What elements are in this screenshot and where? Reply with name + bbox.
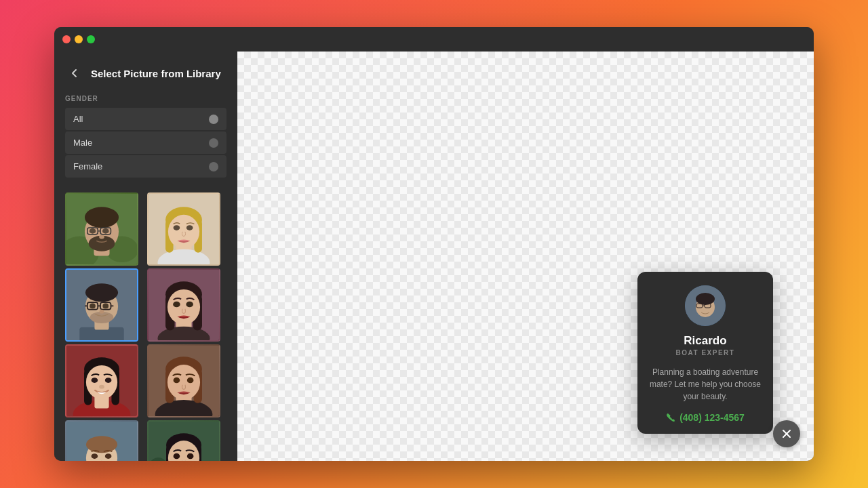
- photo-thumb-3[interactable]: [65, 268, 138, 342]
- profile-role: BOAT EXPERT: [676, 349, 735, 357]
- photo-thumb-5[interactable]: [65, 344, 138, 418]
- svg-point-11: [102, 228, 109, 234]
- photo-thumb-1[interactable]: [65, 192, 138, 266]
- svg-point-35: [100, 310, 104, 314]
- sidebar-title: Select Picture from Library: [91, 68, 221, 79]
- svg-point-69: [92, 453, 98, 459]
- svg-point-81: [187, 453, 194, 460]
- maximize-window-button[interactable]: [87, 35, 95, 43]
- close-window-button[interactable]: [62, 35, 71, 43]
- traffic-lights: [62, 35, 95, 43]
- titlebar: [54, 27, 814, 52]
- svg-point-33: [90, 304, 96, 309]
- gender-male-label: Male: [73, 138, 92, 148]
- close-icon: [781, 428, 793, 440]
- phone-number: (408) 123-4567: [679, 412, 745, 423]
- gender-all-radio[interactable]: [209, 115, 218, 124]
- gender-all-option[interactable]: All: [65, 108, 226, 130]
- gender-male-option[interactable]: Male: [65, 131, 226, 154]
- photo-thumb-8[interactable]: [147, 420, 220, 461]
- svg-point-10: [90, 228, 96, 234]
- main-content: Ricardo BOAT EXPERT Planning a boating a…: [237, 52, 814, 461]
- filter-section: GENDER All Male Female: [54, 91, 237, 187]
- svg-point-84: [696, 293, 715, 305]
- gender-male-radio[interactable]: [209, 138, 218, 148]
- window-body: Select Picture from Library GENDER All M…: [54, 52, 814, 461]
- profile-phone: (408) 123-4567: [666, 412, 745, 423]
- gender-female-option[interactable]: Female: [65, 155, 226, 178]
- svg-point-62: [174, 378, 180, 384]
- gender-all-label: All: [73, 114, 83, 124]
- svg-point-34: [102, 304, 108, 309]
- svg-point-54: [99, 385, 104, 389]
- svg-point-80: [174, 453, 180, 460]
- svg-point-63: [187, 378, 194, 384]
- sidebar-header: Select Picture from Library: [54, 52, 237, 91]
- phone-icon: [666, 413, 675, 422]
- sidebar: Select Picture from Library GENDER All M…: [54, 52, 237, 461]
- svg-point-53: [105, 378, 112, 383]
- svg-point-12: [99, 235, 104, 239]
- svg-point-52: [92, 378, 98, 383]
- photo-thumb-6[interactable]: [147, 344, 220, 418]
- profile-avatar: [685, 285, 726, 326]
- gender-female-radio[interactable]: [209, 162, 218, 171]
- svg-point-44: [186, 302, 193, 308]
- photo-grid: [54, 187, 237, 461]
- svg-point-43: [173, 302, 180, 308]
- svg-point-19: [168, 215, 199, 249]
- svg-point-26: [85, 283, 118, 302]
- svg-point-51: [86, 365, 117, 399]
- minimize-window-button[interactable]: [75, 35, 83, 43]
- profile-bio: Planning a boating adventure mate? Let m…: [648, 366, 762, 403]
- photo-thumb-7[interactable]: [65, 420, 138, 461]
- photo-thumb-2[interactable]: [147, 192, 220, 266]
- svg-point-42: [167, 289, 200, 325]
- svg-point-5: [85, 207, 119, 228]
- back-button[interactable]: [65, 64, 84, 83]
- svg-point-68: [86, 436, 117, 453]
- profile-name: Ricardo: [684, 334, 726, 348]
- svg-point-21: [186, 225, 193, 230]
- app-window: Select Picture from Library GENDER All M…: [54, 27, 814, 461]
- close-button[interactable]: [773, 420, 800, 447]
- profile-card: Ricardo BOAT EXPERT Planning a boating a…: [637, 272, 773, 434]
- gender-filter-label: GENDER: [65, 95, 226, 102]
- svg-point-20: [174, 225, 180, 230]
- photo-thumb-4[interactable]: [147, 268, 220, 342]
- svg-point-70: [105, 453, 112, 459]
- gender-female-label: Female: [73, 161, 102, 171]
